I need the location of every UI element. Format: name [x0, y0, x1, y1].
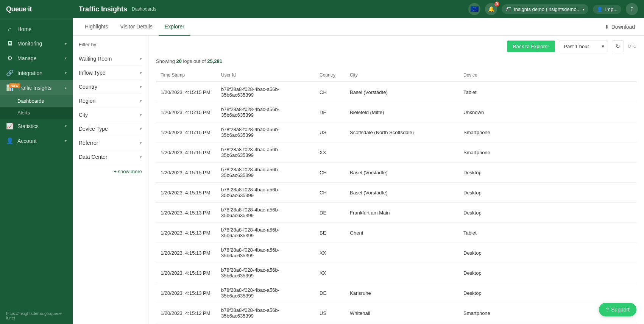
cell-userid: b78f28a8-f028-4bac-a56b-35b6ac635399	[217, 102, 315, 122]
cell-city: Scottsdale (North Scottsdale)	[345, 122, 459, 142]
table-row: 1/20/2023, 4:15:13 PM b78f28a8-f028-4bac…	[156, 223, 636, 243]
filter-city[interactable]: City ▾	[79, 108, 142, 122]
filter-country[interactable]: Country ▾	[79, 80, 142, 94]
sidebar-item-traffic-insights[interactable]: NEW 📊 Traffic Insights ▴	[0, 80, 73, 95]
filter-referrer[interactable]: Referrer ▾	[79, 136, 142, 150]
cell-country: DE	[315, 203, 345, 223]
cell-userid: b78f28a8-f028-4bac-a56b-35b6ac635399	[217, 142, 315, 163]
cell-city: Basel (Vorstädte)	[345, 163, 459, 183]
chevron-down-icon: ▾	[583, 7, 585, 11]
import-label: Imp...	[605, 6, 617, 12]
cell-device: Tablet	[459, 223, 636, 243]
filter-region[interactable]: Region ▾	[79, 94, 142, 108]
main-content: Traffic Insights Dashboards 🇪🇺 🔔 9 🏷 Ins…	[73, 0, 644, 324]
cell-userid: b78f28a8-f028-4bac-a56b-35b6ac635399	[217, 283, 315, 303]
filter-item-label: Inflow Type	[79, 70, 106, 76]
tab-visitor-details[interactable]: Visitor Details	[114, 18, 158, 36]
import-icon: 👤	[597, 6, 603, 12]
col-header-city: City	[345, 69, 459, 82]
import-button[interactable]: 👤 Imp...	[593, 5, 621, 14]
table-row: 1/20/2023, 4:15:15 PM b78f28a8-f028-4bac…	[156, 183, 636, 203]
filter-item-label: Country	[79, 84, 97, 90]
filter-item-label: Waiting Room	[79, 56, 112, 62]
sidebar-item-manage[interactable]: ⚙ Manage ▾	[0, 51, 73, 66]
cell-device: Desktop	[459, 203, 636, 223]
cell-country: XX	[315, 243, 345, 263]
filter-waiting-room[interactable]: Waiting Room ▾	[79, 52, 142, 66]
cell-timestamp: 1/20/2023, 4:15:15 PM	[156, 183, 217, 203]
download-button[interactable]: ⬇ Download	[602, 22, 638, 31]
cell-country: DE	[315, 102, 345, 122]
filter-data-center[interactable]: Data Center ▾	[79, 150, 142, 164]
cell-device: Desktop	[459, 183, 636, 203]
table-row: 1/20/2023, 4:15:13 PM b78f28a8-f028-4bac…	[156, 243, 636, 263]
cell-city: Basel (Vorstädte)	[345, 82, 459, 102]
sidebar-item-label: Statistics	[17, 123, 61, 129]
showing-total: 25,281	[207, 58, 222, 64]
cell-device: Unknown	[459, 102, 636, 122]
chevron-down-icon: ▾	[140, 141, 142, 146]
cell-userid: b78f28a8-f028-4bac-a56b-35b6ac635399	[217, 82, 315, 102]
table-row: 1/20/2023, 4:15:15 PM b78f28a8-f028-4bac…	[156, 163, 636, 183]
sidebar-item-label: Account	[17, 138, 61, 144]
cell-device: Tablet	[459, 82, 636, 102]
table-row: 1/20/2023, 4:15:15 PM b78f28a8-f028-4bac…	[156, 142, 636, 163]
account-icon: 👤	[6, 137, 14, 144]
cell-city: Karlsruhe	[345, 283, 459, 303]
col-header-timestamp: Time Stamp	[156, 69, 217, 82]
tab-highlights[interactable]: Highlights	[79, 18, 114, 36]
table-row: 1/20/2023, 4:15:15 PM b78f28a8-f028-4bac…	[156, 102, 636, 122]
sidebar-item-label: Monitoring	[17, 41, 61, 47]
data-table: Time Stamp User Id Country City Device 1…	[156, 69, 636, 324]
sidebar-item-home[interactable]: ⌂ Home	[0, 22, 73, 36]
sidebar-navigation: ⌂ Home 🖥 Monitoring ▾ ⚙ Manage ▾ 🔗 Integ…	[0, 19, 73, 307]
filter-item-label: Referrer	[79, 140, 98, 146]
cell-city: Bielefeld (Mitte)	[345, 102, 459, 122]
table-controls: Back to Explorer Past 1 hour Past 6 hour…	[148, 36, 644, 57]
cell-device: Smartphone	[459, 122, 636, 142]
cell-country: CH	[315, 183, 345, 203]
back-to-explorer-button[interactable]: Back to Explorer	[507, 41, 555, 52]
support-button[interactable]: ? Support	[599, 303, 636, 316]
cell-city: Ghent	[345, 223, 459, 243]
show-more-button[interactable]: + show more	[79, 169, 142, 174]
filter-inflow-type[interactable]: Inflow Type ▾	[79, 66, 142, 80]
cell-device: Desktop	[459, 243, 636, 263]
chevron-down-icon: ▾	[65, 139, 67, 143]
cell-userid: b78f28a8-f028-4bac-a56b-35b6ac635399	[217, 303, 315, 323]
new-badge: NEW	[9, 83, 20, 88]
statistics-icon: 📈	[6, 122, 14, 130]
account-selector[interactable]: 🏷 Insights demo (insightsdemo... ▾	[502, 4, 588, 14]
help-button[interactable]: ?	[626, 3, 638, 15]
table-row: 1/20/2023, 4:15:12 PM b78f28a8-f028-4bac…	[156, 303, 636, 323]
sidebar-item-integration[interactable]: 🔗 Integration ▾	[0, 66, 73, 80]
sidebar-item-account[interactable]: 👤 Account ▾	[0, 133, 73, 148]
sidebar-item-monitoring[interactable]: 🖥 Monitoring ▾	[0, 36, 73, 51]
filter-device-type[interactable]: Device Type ▾	[79, 122, 142, 136]
time-range-select[interactable]: Past 1 hour Past 6 hours Past 24 hours P…	[559, 41, 608, 52]
refresh-button[interactable]: ↻	[612, 40, 624, 52]
sidebar-sub-item-dashboards[interactable]: Dashboards	[0, 95, 73, 107]
cell-timestamp: 1/20/2023, 4:15:15 PM	[156, 163, 217, 183]
cell-timestamp: 1/20/2023, 4:15:15 PM	[156, 82, 217, 102]
cell-timestamp: 1/20/2023, 4:15:15 PM	[156, 102, 217, 122]
account-selector-icon: 🏷	[505, 6, 511, 13]
eu-icon-button[interactable]: 🇪🇺	[468, 3, 480, 15]
cell-device: Desktop	[459, 263, 636, 283]
table-row: 1/20/2023, 4:15:13 PM b78f28a8-f028-4bac…	[156, 263, 636, 283]
table-area: Back to Explorer Past 1 hour Past 6 hour…	[148, 36, 644, 324]
cell-country: BE	[315, 223, 345, 243]
cell-city: Basel (Vorstädte)	[345, 183, 459, 203]
sidebar-item-statistics[interactable]: 📈 Statistics ▾	[0, 119, 73, 133]
table-row: 1/20/2023, 4:15:15 PM b78f28a8-f028-4bac…	[156, 82, 636, 102]
download-label: Download	[611, 24, 635, 30]
cell-userid: b78f28a8-f028-4bac-a56b-35b6ac635399	[217, 122, 315, 142]
time-range-wrapper: Past 1 hour Past 6 hours Past 24 hours P…	[559, 41, 608, 52]
table-row: 1/20/2023, 4:15:15 PM b78f28a8-f028-4bac…	[156, 122, 636, 142]
tab-explorer[interactable]: Explorer	[159, 18, 190, 36]
cell-country: XX	[315, 263, 345, 283]
chevron-down-icon: ▾	[65, 42, 67, 46]
chevron-down-icon: ▾	[140, 113, 142, 117]
chevron-down-icon: ▾	[140, 70, 142, 75]
sidebar-sub-item-alerts[interactable]: Alerts	[0, 107, 73, 119]
